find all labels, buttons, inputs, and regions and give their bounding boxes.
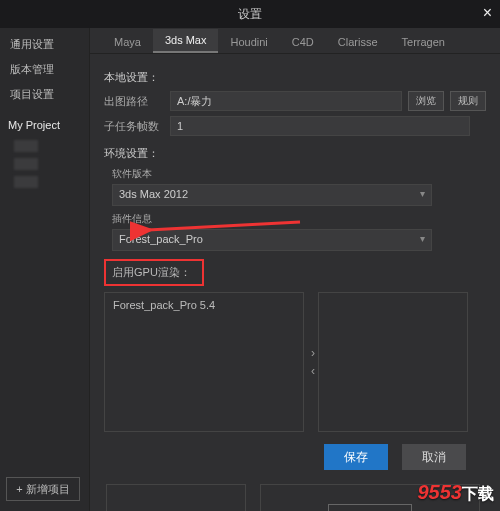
tab-maya[interactable]: Maya [102, 31, 153, 53]
add-project-button[interactable]: + 新增项目 [6, 477, 80, 501]
subtask-input[interactable] [170, 116, 470, 136]
sidebar-project-entry[interactable] [14, 176, 38, 188]
local-section-title: 本地设置： [104, 70, 486, 85]
subtask-label: 子任务帧数 [104, 119, 164, 134]
sidebar-project-entry[interactable] [14, 158, 38, 170]
gpu-render-label: 启用GPU渲染： [104, 259, 204, 286]
tab-3dsmax[interactable]: 3ds Max [153, 29, 219, 53]
tab-houdini[interactable]: Houdini [218, 31, 279, 53]
transfer-left-icon[interactable]: ‹ [311, 364, 315, 378]
sidebar-item-version[interactable]: 版本管理 [0, 57, 89, 82]
rule-button[interactable]: 规则 [450, 91, 486, 111]
tab-terragen[interactable]: Terragen [390, 31, 457, 53]
sidebar-group-title: My Project [0, 113, 89, 137]
transfer-right-icon[interactable]: › [311, 346, 315, 360]
plugin-panels: Forest_pack_Pro 5.4 › ‹ [104, 292, 486, 432]
add-config-button[interactable]: + 添加配置 [328, 504, 411, 512]
selected-plugins-panel [318, 292, 468, 432]
config-list-panel [106, 484, 246, 511]
sidebar-item-project[interactable]: 项目设置 [0, 82, 89, 107]
tab-clarisse[interactable]: Clarisse [326, 31, 390, 53]
content: 本地设置： 出图路径 浏览 规则 子任务帧数 环境设置： 软件版本 3ds Ma… [90, 54, 500, 511]
main-area: Maya 3ds Max Houdini C4D Clarisse Terrag… [90, 28, 500, 511]
sidebar-item-general[interactable]: 通用设置 [0, 32, 89, 57]
software-version-dropdown[interactable]: 3ds Max 2012 [112, 184, 432, 206]
watermark: 9553下载 [418, 481, 495, 505]
plugin-list-item[interactable]: Forest_pack_Pro 5.4 [105, 293, 303, 317]
sidebar: 通用设置 版本管理 项目设置 My Project + 新增项目 [0, 28, 90, 511]
close-icon[interactable]: × [483, 4, 492, 22]
titlebar: 设置 × [0, 0, 500, 28]
plugin-label: 插件信息 [112, 212, 486, 226]
tab-c4d[interactable]: C4D [280, 31, 326, 53]
browse-button[interactable]: 浏览 [408, 91, 444, 111]
cancel-button[interactable]: 取消 [402, 444, 466, 470]
tabs: Maya 3ds Max Houdini C4D Clarisse Terrag… [90, 28, 500, 54]
sidebar-project-entry[interactable] [14, 140, 38, 152]
save-button[interactable]: 保存 [324, 444, 388, 470]
output-path-label: 出图路径 [104, 94, 164, 109]
env-section-title: 环境设置： [104, 146, 486, 161]
plugin-dropdown[interactable]: Forest_pack_Pro [112, 229, 432, 251]
output-path-input[interactable] [170, 91, 402, 111]
window-title: 设置 [238, 6, 262, 23]
software-version-label: 软件版本 [112, 167, 486, 181]
software-version-value: 3ds Max 2012 [119, 188, 188, 200]
available-plugins-panel: Forest_pack_Pro 5.4 › ‹ [104, 292, 304, 432]
plugin-value: Forest_pack_Pro [119, 233, 203, 245]
